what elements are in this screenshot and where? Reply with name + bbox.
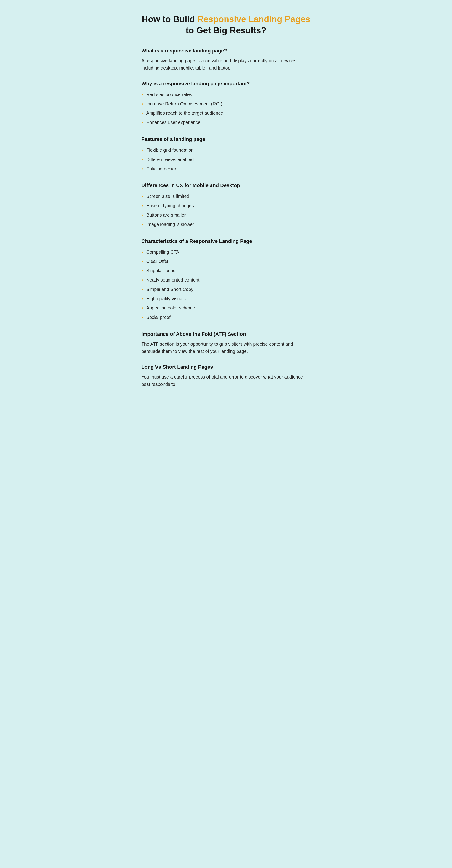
list-item: Social proof [141, 313, 311, 322]
section-atf-heading: Importance of Above the Fold (ATF) Secti… [141, 331, 311, 337]
list-item: Singular focus [141, 266, 311, 275]
list-item: Buttons are smaller [141, 210, 311, 220]
list-item: Appealing color scheme [141, 303, 311, 313]
section-long-vs-short-text: You must use a careful process of trial … [141, 373, 311, 388]
list-item: Ease of typing changes [141, 201, 311, 210]
title-highlight: Responsive Landing Pages [197, 14, 310, 24]
section-what-is: What is a responsive landing page? A res… [141, 48, 311, 71]
section-differences-ux: Differences in UX for Mobile and Desktop… [141, 183, 311, 229]
section-characteristics-heading: Characteristics of a Responsive Landing … [141, 238, 311, 244]
list-item: Clear Offer [141, 257, 311, 266]
section-differences-ux-heading: Differences in UX for Mobile and Desktop [141, 183, 311, 188]
section-long-vs-short-heading: Long Vs Short Landing Pages [141, 364, 311, 370]
section-characteristics-list: Compelling CTA Clear Offer Singular focu… [141, 247, 311, 322]
list-item: Increase Return On Investment (ROI) [141, 99, 311, 108]
list-item: Compelling CTA [141, 247, 311, 257]
list-item: Screen size is limited [141, 192, 311, 201]
list-item: Simple and Short Copy [141, 285, 311, 294]
page-title: How to Build Responsive Landing Pages to… [141, 14, 311, 36]
list-item: Enhances user experience [141, 118, 311, 127]
list-item: Image loading is slower [141, 220, 311, 229]
title-text-part1: How to Build [142, 14, 197, 24]
list-item: Reduces bounce rates [141, 90, 311, 99]
section-what-is-text: A responsive landing page is accessible … [141, 57, 311, 71]
list-item: Flexible grid foundation [141, 146, 311, 155]
section-what-is-heading: What is a responsive landing page? [141, 48, 311, 54]
title-text-part2: to Get Big Results? [186, 26, 266, 35]
section-features-heading: Features of a landing page [141, 136, 311, 142]
list-item: Amplifies reach to the target audience [141, 108, 311, 118]
list-item: Enticing design [141, 164, 311, 174]
section-why-important-heading: Why is a responsive landing page importa… [141, 81, 311, 87]
section-differences-ux-list: Screen size is limited Ease of typing ch… [141, 192, 311, 229]
section-features: Features of a landing page Flexible grid… [141, 136, 311, 174]
section-atf: Importance of Above the Fold (ATF) Secti… [141, 331, 311, 355]
section-atf-text: The ATF section is your opportunity to g… [141, 340, 311, 355]
section-features-list: Flexible grid foundation Different views… [141, 146, 311, 174]
section-why-important: Why is a responsive landing page importa… [141, 81, 311, 127]
list-item: Neatly segmented content [141, 275, 311, 285]
section-characteristics: Characteristics of a Responsive Landing … [141, 238, 311, 322]
list-item: High-quality visuals [141, 294, 311, 304]
section-why-important-list: Reduces bounce rates Increase Return On … [141, 90, 311, 127]
list-item: Different views enabled [141, 155, 311, 164]
section-long-vs-short: Long Vs Short Landing Pages You must use… [141, 364, 311, 388]
